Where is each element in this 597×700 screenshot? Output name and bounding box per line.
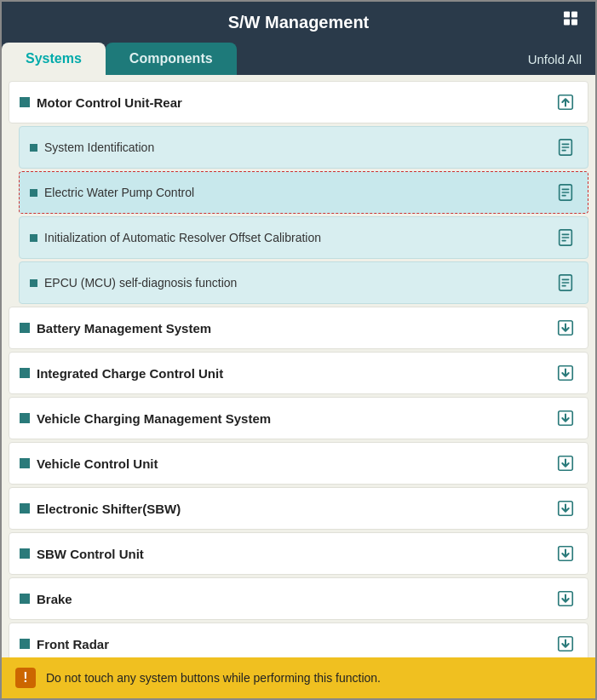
sub-item-electric-water-pump-control[interactable]: Electric Water Pump Control — [19, 171, 588, 214]
tabs-bar: Systems Components Unfold All — [2, 43, 595, 75]
list-item-motor-control-unit-rear[interactable]: Motor Control Unit-Rear — [9, 81, 588, 123]
sub-item-label: EPCU (MCU) self-diagnosis function — [44, 276, 237, 290]
sub-item-system-identification[interactable]: System Identification — [19, 126, 588, 169]
download-icon[interactable] — [554, 587, 577, 611]
download-icon[interactable] — [554, 451, 577, 475]
small-square-icon — [30, 234, 37, 242]
small-square-icon — [30, 189, 37, 197]
warning-icon: ! — [15, 668, 36, 688]
download-icon[interactable] — [554, 406, 577, 430]
square-icon — [20, 97, 30, 107]
list-item-vehicle-charging-management-system[interactable]: Vehicle Charging Management System — [9, 397, 588, 439]
square-icon — [20, 594, 30, 604]
tab-systems[interactable]: Systems — [2, 43, 106, 75]
footer-warning: ! Do not touch any system buttons while … — [2, 657, 595, 698]
item-label: Front Radar — [37, 637, 109, 651]
square-icon — [20, 368, 30, 378]
sub-item-label: System Identification — [44, 141, 154, 154]
sub-item-label: Initialization of Automatic Resolver Off… — [44, 231, 321, 244]
tab-components[interactable]: Components — [106, 43, 237, 75]
list-item-brake[interactable]: Brake — [9, 577, 588, 620]
doc-icon[interactable] — [554, 271, 577, 295]
svg-rect-0 — [564, 12, 570, 18]
warning-text: Do not touch any system buttons while pe… — [46, 671, 381, 685]
small-square-icon — [30, 144, 37, 152]
square-icon — [20, 503, 30, 514]
item-label: Brake — [37, 592, 72, 606]
square-icon — [20, 323, 30, 333]
download-icon[interactable] — [554, 316, 577, 340]
unfold-all-button[interactable]: Unfold All — [514, 43, 595, 75]
upload-icon[interactable] — [554, 90, 577, 114]
doc-icon[interactable] — [554, 135, 577, 159]
item-label: SBW Control Unit — [37, 547, 144, 561]
item-label: Vehicle Control Unit — [37, 456, 158, 471]
sub-item-init-resolver[interactable]: Initialization of Automatic Resolver Off… — [19, 216, 588, 259]
square-icon — [20, 548, 30, 559]
header-title: S/W Management — [228, 13, 370, 32]
item-label: Motor Control Unit-Rear — [37, 95, 182, 110]
item-label: Battery Management System — [37, 321, 211, 336]
grid-icon[interactable] — [563, 11, 582, 34]
sub-item-label: Electric Water Pump Control — [44, 186, 194, 199]
item-label: Vehicle Charging Management System — [37, 411, 271, 426]
list-item-battery-management-system[interactable]: Battery Management System — [9, 307, 588, 349]
square-icon — [20, 639, 30, 649]
list-item-integrated-charge-control-unit[interactable]: Integrated Charge Control Unit — [9, 352, 588, 394]
svg-rect-1 — [571, 12, 577, 18]
doc-icon[interactable] — [554, 226, 577, 250]
download-icon[interactable] — [554, 496, 577, 520]
svg-rect-2 — [564, 20, 570, 26]
sub-item-epcu-mcu[interactable]: EPCU (MCU) self-diagnosis function — [19, 261, 588, 304]
download-icon[interactable] — [554, 361, 577, 385]
download-icon[interactable] — [554, 632, 577, 656]
list-item-electronic-shifter-sbw[interactable]: Electronic Shifter(SBW) — [9, 487, 588, 530]
list-item-vehicle-control-unit[interactable]: Vehicle Control Unit — [9, 442, 588, 485]
header: S/W Management — [2, 2, 595, 43]
list-item-front-radar[interactable]: Front Radar — [9, 623, 588, 657]
doc-icon[interactable] — [554, 181, 577, 204]
item-label: Electronic Shifter(SBW) — [37, 502, 181, 516]
download-icon[interactable] — [554, 542, 577, 565]
small-square-icon — [30, 279, 37, 287]
app-container: S/W Management Systems Components Unfold… — [0, 0, 597, 700]
square-icon — [20, 413, 30, 423]
item-label: Integrated Charge Control Unit — [37, 366, 223, 381]
content-area[interactable]: Motor Control Unit-Rear System Identific… — [2, 75, 595, 657]
square-icon — [20, 458, 30, 468]
list-item-sbw-control-unit[interactable]: SBW Control Unit — [9, 532, 588, 575]
svg-rect-3 — [571, 20, 577, 26]
